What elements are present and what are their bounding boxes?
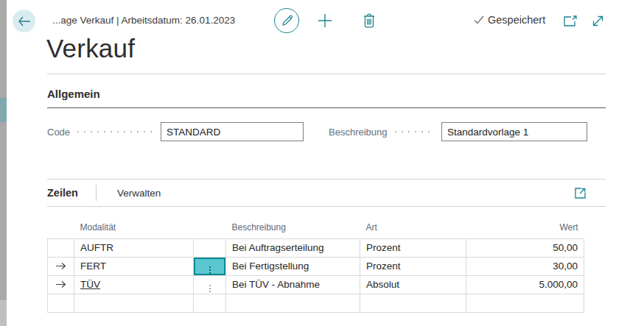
- field-description: Beschreibung: [329, 122, 587, 141]
- row-menu-cell-selected[interactable]: [194, 257, 226, 275]
- row-indicator-cell: [48, 275, 74, 294]
- art-cell[interactable]: Prozent: [360, 257, 466, 275]
- dotted-leader: [395, 131, 435, 132]
- col-wert[interactable]: Wert: [466, 221, 584, 238]
- row-menu-cell[interactable]: [194, 238, 226, 257]
- new-button[interactable]: [315, 11, 335, 30]
- row-indicator-cell: [48, 257, 74, 275]
- beschreibung-cell[interactable]: Bei Auftragserteilung: [226, 238, 360, 257]
- modalitaet-cell: TÜV: [74, 275, 194, 294]
- edit-button[interactable]: [274, 8, 299, 33]
- wert-cell[interactable]: 30,00: [466, 257, 584, 275]
- open-in-window-button[interactable]: [561, 15, 578, 28]
- lines-table: Modalität Beschreibung Art Wert AUFTR Be…: [47, 221, 584, 313]
- lines-bar-divider: [96, 185, 97, 201]
- art-cell[interactable]: Absolut: [360, 275, 466, 294]
- dotted-leader: [77, 131, 153, 132]
- modalitaet-cell[interactable]: [74, 294, 194, 312]
- open-in-window-icon: [563, 15, 577, 27]
- col-modalitaet[interactable]: Modalität: [74, 221, 194, 238]
- saved-label: Gespeichert: [488, 14, 545, 26]
- code-label: Code: [47, 127, 70, 138]
- trash-icon: [363, 13, 376, 28]
- wert-cell[interactable]: [466, 294, 584, 312]
- breadcrumb: ...age Verkauf | Arbeitsdatum: 26.01.202…: [52, 15, 235, 26]
- table-header-row: Modalität Beschreibung Art Wert: [48, 221, 584, 238]
- modalitaet-cell[interactable]: FERT: [74, 257, 194, 275]
- current-row-arrow-icon: [55, 262, 66, 270]
- row-indicator-cell: [48, 294, 74, 312]
- manage-menu[interactable]: Verwalten: [117, 188, 161, 199]
- current-row-arrow-icon: [55, 280, 66, 288]
- page-edge-strip: [0, 0, 7, 326]
- expand-arrows-icon: [591, 14, 605, 28]
- fullscreen-button[interactable]: [589, 13, 606, 28]
- beschreibung-cell[interactable]: [226, 294, 360, 312]
- art-cell[interactable]: [360, 294, 466, 312]
- table-row: FERT Bei Fertigstellung Prozent 30,00: [48, 257, 584, 275]
- description-input[interactable]: [441, 122, 587, 141]
- page-edge-teal-segment: [0, 98, 7, 122]
- lines-section-bar: Zeilen Verwalten: [47, 179, 606, 207]
- section-general-header: Allgemein: [47, 88, 606, 108]
- col-beschreibung[interactable]: Beschreibung: [226, 221, 360, 238]
- modalitaet-link[interactable]: TÜV: [80, 279, 100, 290]
- row-menu-cell[interactable]: [194, 275, 226, 294]
- back-arrow-icon: [18, 16, 31, 26]
- wert-cell[interactable]: 5.000,00: [466, 275, 584, 294]
- page-title: Verkauf: [46, 34, 135, 63]
- row-menu-dots-icon: [209, 266, 211, 274]
- col-art[interactable]: Art: [360, 221, 466, 238]
- table-row-empty: [48, 294, 584, 312]
- page-edge-light-segment: [0, 300, 7, 326]
- field-code: Code: [47, 122, 304, 141]
- saved-indicator: Gespeichert: [474, 14, 545, 26]
- plus-icon: [317, 13, 333, 29]
- description-label: Beschreibung: [329, 127, 388, 138]
- title-divider: [47, 74, 606, 74]
- table-row: AUFTR Bei Auftragserteilung Prozent 50,0…: [48, 238, 584, 257]
- wert-cell[interactable]: 50,00: [466, 238, 584, 257]
- col-row-indicator: [48, 221, 74, 238]
- row-indicator-cell: [48, 238, 74, 257]
- lines-focus-button[interactable]: [573, 186, 587, 199]
- table-row: TÜV Bei TÜV - Abnahme Absolut 5.000,00: [48, 275, 584, 294]
- modalitaet-cell[interactable]: AUFTR: [74, 238, 194, 257]
- delete-button[interactable]: [360, 11, 378, 30]
- focus-mode-icon: [574, 187, 587, 199]
- col-row-menu: [194, 221, 226, 238]
- row-menu-dots-icon: [209, 285, 211, 292]
- back-button[interactable]: [13, 10, 35, 32]
- section-general-label: Allgemein: [47, 88, 100, 100]
- art-cell[interactable]: Prozent: [360, 238, 466, 257]
- row-menu-cell[interactable]: [194, 294, 226, 312]
- beschreibung-cell[interactable]: Bei Fertigstellung: [226, 257, 360, 275]
- lines-section-label: Zeilen: [47, 187, 78, 199]
- pencil-icon: [281, 15, 293, 27]
- beschreibung-cell[interactable]: Bei TÜV - Abnahme: [226, 275, 360, 294]
- code-input[interactable]: [161, 122, 304, 141]
- check-icon: [474, 15, 484, 24]
